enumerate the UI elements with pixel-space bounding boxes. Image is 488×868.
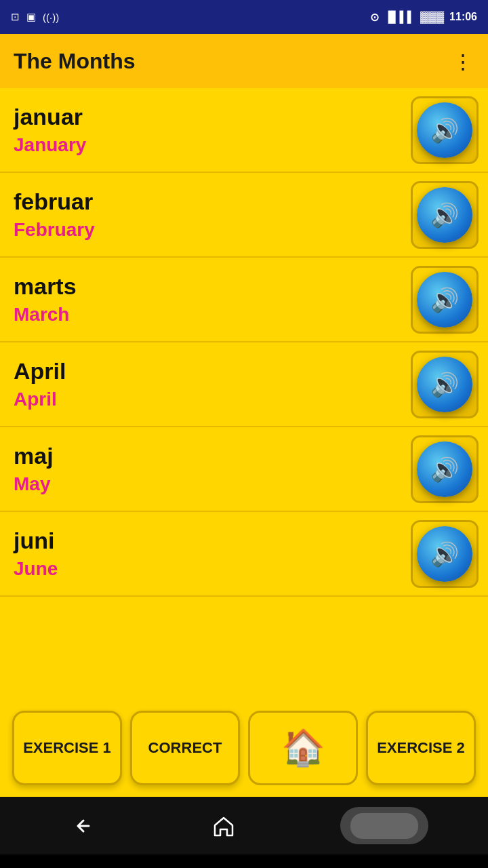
app-header: The Months ⋮: [0, 34, 488, 88]
battery-icon: ▓▓▓: [420, 11, 444, 23]
native-march: marts: [14, 273, 77, 300]
recents-button[interactable]: [340, 807, 428, 844]
month-text-april: April April: [14, 358, 66, 410]
nav-bar: [0, 797, 488, 854]
sound-circle-january: 🔊: [417, 102, 472, 158]
english-april: April: [14, 389, 66, 410]
menu-button[interactable]: ⋮: [453, 50, 474, 73]
month-row-may: maj May 🔊: [0, 427, 488, 512]
speaker-icon-february: 🔊: [430, 203, 459, 226]
correct-button[interactable]: CORRECT: [130, 711, 240, 785]
native-january: januar: [14, 104, 86, 130]
month-text-january: januar January: [14, 104, 86, 156]
nav-home-button[interactable]: [200, 802, 247, 850]
status-icons-left: ⊡ ▣ ((·)): [11, 11, 59, 23]
speaker-icon-may: 🔊: [430, 458, 459, 481]
month-text-march: marts March: [14, 273, 77, 326]
sound-circle-february: 🔊: [417, 187, 472, 243]
sound-button-june[interactable]: 🔊: [411, 520, 479, 588]
speaker-icon-april: 🔊: [430, 373, 459, 396]
month-row-april: April April 🔊: [0, 342, 488, 427]
sound-circle-march: 🔊: [417, 272, 472, 328]
photo-icon: ▣: [26, 11, 36, 23]
page-title: The Months: [14, 49, 136, 74]
speaker-icon-march: 🔊: [430, 288, 459, 311]
month-row-june: juni June 🔊: [0, 512, 488, 597]
exercise1-label: EXERCISE 1: [23, 739, 111, 757]
house-icon: 🏠: [281, 727, 325, 768]
native-may: maj: [14, 443, 54, 469]
exercise1-button[interactable]: EXERCISE 1: [12, 711, 122, 785]
sound-circle-may: 🔊: [417, 441, 472, 497]
english-february: February: [14, 219, 95, 241]
sound-button-may[interactable]: 🔊: [411, 435, 479, 503]
sound-button-april[interactable]: 🔊: [411, 351, 479, 418]
english-june: June: [14, 558, 58, 580]
month-text-june: juni June: [14, 528, 58, 580]
sound-button-march[interactable]: 🔊: [411, 266, 479, 334]
wifi-icon: ⊡: [11, 11, 20, 23]
exercise2-button[interactable]: EXERCISE 2: [366, 711, 476, 785]
sound-circle-june: 🔊: [417, 526, 472, 582]
bottom-action-bar: EXERCISE 1 CORRECT 🏠 EXERCISE 2: [0, 698, 488, 797]
exercise2-label: EXERCISE 2: [377, 739, 465, 757]
status-bar: ⊡ ▣ ((·)) ⊙ ▐▌▌▌ ▓▓▓ 11:06: [0, 0, 488, 34]
speaker-icon-june: 🔊: [430, 542, 459, 566]
cast-icon: ⊙: [370, 11, 379, 24]
speaker-icon-january: 🔊: [430, 119, 459, 142]
sound-button-february[interactable]: 🔊: [411, 181, 479, 249]
bars-icon: ▐▌▌▌: [384, 11, 415, 23]
sound-button-january[interactable]: 🔊: [411, 96, 479, 164]
english-january: January: [14, 134, 86, 156]
back-button[interactable]: [60, 802, 107, 850]
english-march: March: [14, 304, 77, 326]
month-text-february: februar February: [14, 189, 95, 241]
signal-icon: ((·)): [43, 12, 59, 23]
month-row-february: februar February 🔊: [0, 173, 488, 258]
native-april: April: [14, 358, 66, 384]
recents-icon: [350, 813, 418, 839]
month-row-january: januar January 🔊: [0, 88, 488, 173]
native-february: februar: [14, 189, 95, 215]
english-may: May: [14, 473, 54, 495]
status-icons-right: ⊙ ▐▌▌▌ ▓▓▓ 11:06: [370, 11, 477, 24]
content-spacer: [0, 678, 488, 698]
sound-circle-april: 🔊: [417, 357, 472, 412]
correct-label: CORRECT: [148, 739, 222, 757]
time-display: 11:06: [449, 11, 477, 23]
native-june: juni: [14, 528, 58, 554]
home-button[interactable]: 🏠: [248, 711, 358, 785]
month-row-march: marts March 🔊: [0, 258, 488, 342]
month-list: januar January 🔊 februar February 🔊 mart…: [0, 88, 488, 678]
month-text-may: maj May: [14, 443, 54, 495]
